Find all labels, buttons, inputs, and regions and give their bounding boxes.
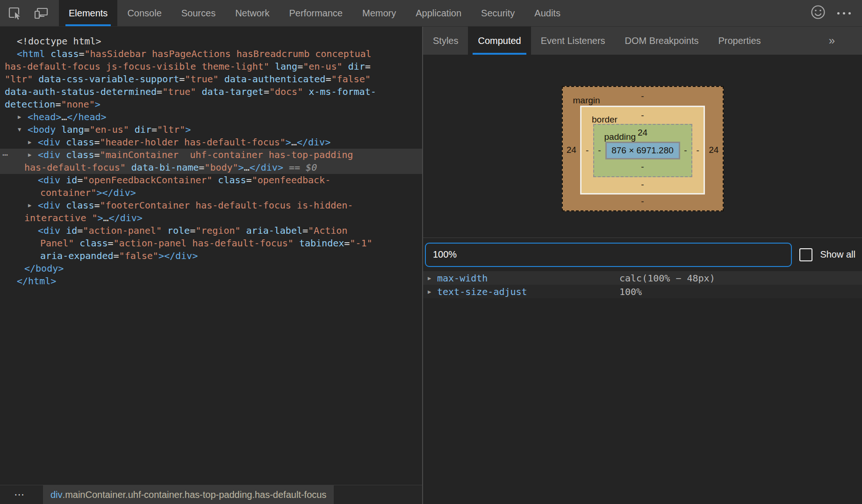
breadcrumb-overflow-icon[interactable]: ⋯: [14, 485, 24, 504]
code-token: "true": [185, 73, 218, 85]
code-token: [241, 225, 246, 236]
border-bottom-value[interactable]: -: [582, 177, 704, 193]
elements-breadcrumb-bar: ⋯ div.mainContainer.uhf-container.has-to…: [0, 485, 422, 504]
expand-arrow-closed-icon[interactable]: ▶: [18, 111, 26, 123]
margin-left-value[interactable]: 24: [563, 145, 581, 155]
expand-arrow-closed-icon[interactable]: ▶: [28, 136, 36, 149]
code-token: </html>: [17, 275, 56, 287]
padding-top-value[interactable]: 24: [638, 128, 647, 137]
border-top-value[interactable]: -: [641, 110, 644, 120]
padding-left-value[interactable]: -: [594, 145, 605, 156]
box-model-margin[interactable]: margin - 24 border - -: [562, 86, 724, 211]
expand-arrow-closed-icon[interactable]: ▶: [28, 199, 36, 212]
code-token: id: [66, 174, 77, 186]
device-toolbar-icon[interactable]: [34, 6, 49, 20]
code-line[interactable]: <!doctype html>: [0, 35, 422, 48]
expand-arrow-closed-icon[interactable]: ▶: [28, 149, 36, 161]
code-token: [129, 124, 135, 135]
code-line[interactable]: container"></div>: [0, 187, 422, 199]
margin-bottom-value[interactable]: -: [563, 194, 723, 210]
tab-performance[interactable]: Performance: [280, 0, 353, 26]
box-model-border[interactable]: border - - padding 24: [580, 106, 705, 194]
code-token: <!doctype html>: [17, 36, 101, 47]
code-line[interactable]: ▶<head>…</head>: [0, 111, 422, 123]
sidebar-tab-properties[interactable]: Properties: [708, 27, 770, 55]
code-token: id: [66, 225, 77, 236]
devtools-toolbar: ElementsConsoleSourcesNetworkPerformance…: [0, 0, 862, 27]
code-line[interactable]: detection="none">: [0, 98, 422, 111]
code-line[interactable]: ⋯▶<div class="mainContainer uhf-containe…: [0, 149, 422, 161]
tab-console[interactable]: Console: [117, 0, 171, 26]
tab-sources[interactable]: Sources: [172, 0, 225, 26]
code-line[interactable]: </body>: [0, 262, 422, 275]
expand-arrow-closed-icon[interactable]: ▶: [428, 288, 437, 295]
computed-property-row[interactable]: ▶max-widthcalc(100% − 48px): [423, 271, 862, 285]
code-line[interactable]: <div id="openFeedbackContainer" class="o…: [0, 174, 422, 187]
code-line[interactable]: <html class="hasSidebar hasPageActions h…: [0, 48, 422, 60]
show-all-checkbox[interactable]: [799, 248, 812, 261]
more-options-icon[interactable]: [837, 12, 851, 14]
code-token: >: [96, 187, 102, 198]
code-token: [60, 174, 66, 186]
computed-filter-input[interactable]: [425, 243, 792, 267]
code-line[interactable]: Panel" class="action-panel has-default-f…: [0, 237, 422, 250]
code-token: </div>: [250, 162, 283, 173]
code-line[interactable]: aria-expanded="false"></div>: [0, 250, 422, 262]
computed-property-row[interactable]: ▶text-size-adjust100%: [423, 285, 862, 298]
code-token: [60, 149, 66, 160]
margin-right-value[interactable]: 24: [705, 145, 723, 155]
code-line[interactable]: data-auth-status-determined="true" data-…: [0, 86, 422, 98]
code-token: =: [190, 225, 195, 236]
code-token: =: [79, 48, 84, 59]
code-line[interactable]: interactive ">…</div>: [0, 212, 422, 224]
tab-security[interactable]: Security: [471, 0, 524, 26]
box-model-padding[interactable]: padding 24 - 876 × 6971.280 - -: [593, 124, 692, 177]
sidebar-tab-styles[interactable]: Styles: [423, 27, 468, 55]
code-line[interactable]: "ltr" data-css-variable-support="true" d…: [0, 73, 422, 86]
inspect-element-icon[interactable]: [7, 6, 22, 20]
tab-application[interactable]: Application: [406, 0, 471, 26]
expand-arrow-closed-icon[interactable]: ▶: [428, 275, 437, 281]
code-token: "openfeedback-: [252, 174, 331, 186]
code-token: [219, 73, 224, 85]
code-token: <html: [17, 48, 45, 59]
computed-properties-list: ▶max-widthcalc(100% − 48px)▶text-size-ad…: [423, 271, 862, 298]
code-token: Panel": [40, 238, 74, 249]
code-token: …: [291, 137, 297, 148]
code-token: <div: [38, 225, 60, 236]
code-token: >: [238, 162, 244, 173]
property-name: max-width: [437, 273, 619, 284]
margin-top-value[interactable]: -: [641, 91, 644, 101]
code-line[interactable]: has-default-focus js-focus-visible theme…: [0, 60, 422, 73]
code-line[interactable]: ▶<div class="footerContainer has-default…: [0, 199, 422, 212]
expand-arrow-open-icon[interactable]: ▼: [18, 123, 26, 136]
code-token: "Action: [308, 225, 347, 236]
sidebar-tab-dom-breakpoints[interactable]: DOM Breakpoints: [615, 27, 709, 55]
padding-bottom-value[interactable]: -: [594, 160, 691, 176]
padding-right-value[interactable]: -: [680, 145, 691, 156]
sidebar-tab-event-listeners[interactable]: Event Listeners: [531, 27, 615, 55]
code-line[interactable]: </html>: [0, 275, 422, 288]
code-token: =: [94, 149, 100, 160]
code-line[interactable]: ▼<body lang="en-us" dir="ltr">: [0, 123, 422, 136]
tab-overflow-chevron-icon[interactable]: »: [829, 27, 862, 55]
tab-elements[interactable]: Elements: [59, 0, 117, 26]
code-line[interactable]: has-default-focus" data-bi-name="body">……: [0, 161, 422, 174]
feedback-smiley-icon[interactable]: [810, 4, 826, 22]
sidebar-tabs: StylesComputedEvent ListenersDOM Breakpo…: [423, 27, 862, 55]
tab-memory[interactable]: Memory: [352, 0, 406, 26]
code-token: role: [167, 225, 190, 236]
code-token: data-target: [201, 86, 263, 97]
code-line[interactable]: ▶<div class="header-holder has-default-f…: [0, 136, 422, 149]
code-line[interactable]: <div id="action-panel" role="region" ari…: [0, 224, 422, 237]
breadcrumb-selected-node[interactable]: div.mainContainer.uhf-container.has-top-…: [43, 485, 334, 504]
border-right-value[interactable]: -: [692, 145, 704, 156]
code-token: aria-expanded: [40, 250, 114, 261]
line-gutter-dots-icon[interactable]: ⋯: [2, 149, 8, 161]
tab-audits[interactable]: Audits: [524, 0, 570, 26]
border-left-value[interactable]: -: [582, 145, 593, 156]
code-token: "ltr": [5, 73, 33, 85]
code-token: "en-us": [303, 61, 342, 72]
sidebar-tab-computed[interactable]: Computed: [468, 27, 531, 55]
tab-network[interactable]: Network: [225, 0, 279, 26]
